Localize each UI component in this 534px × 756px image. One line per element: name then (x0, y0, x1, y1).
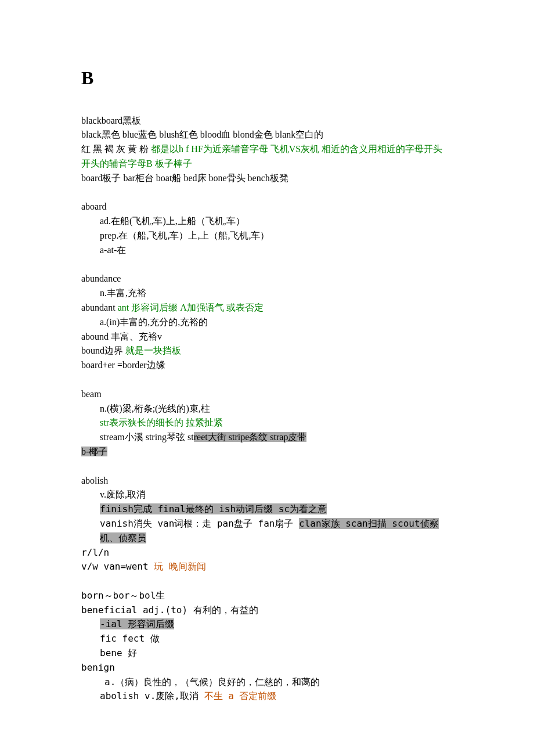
entry-word: abundance (81, 272, 453, 286)
blank-line (81, 574, 453, 589)
text-plain: vanish消失 van词根：走 pan盘子 fan扇子 (100, 518, 299, 529)
text-annotation: 开头的辅音字母B 板子棒子 (81, 157, 453, 171)
text-line: black黑色 blue蓝色 blush红色 blood血 blond金色 bl… (81, 128, 453, 142)
text-highlight: b-椰子 (81, 447, 107, 456)
text-line: stream小溪 string琴弦 street大街 stripe条纹 stra… (81, 430, 453, 445)
entry-word: abolish (81, 474, 453, 488)
text-line: v/w van=went 玩 晚间新闻 (81, 560, 453, 574)
text-annotation: 都是以h f HF为近亲辅音字母 飞机VS灰机 相近的含义用相近的字母开头 (151, 144, 442, 154)
text-line: abound 丰富、充裕v (81, 330, 453, 344)
text-line: abolish v.废除,取消 不生 a 否定前缀 (81, 689, 453, 704)
text-plain: stream小溪 string琴弦 st (100, 432, 194, 442)
text-plain: v/w van=went (81, 561, 154, 572)
text-line: fic fect 做 (81, 632, 453, 646)
text-plain: 红 黑 褐 灰 黄 粉 (81, 144, 151, 154)
blank-line (81, 459, 453, 474)
text-annotation: ant 形容词后缀 A加强语气 或表否定 (118, 303, 264, 312)
text-annotation: 就是一块挡板 (125, 345, 181, 355)
definition: a-at-在 (81, 243, 453, 258)
definition: n.丰富,充裕 (81, 286, 453, 301)
text-line: bene 好 (81, 646, 453, 661)
text-highlight: reet大街 stripe条纹 strap皮带 (194, 432, 307, 442)
text-annotation: str表示狭长的细长的 拉紧扯紧 (81, 416, 453, 430)
entry-word: benign (81, 661, 453, 675)
definition: v.废除,取消 (81, 488, 453, 502)
definition: a.（病）良性的，（气候）良好的，仁慈的，和蔼的 (81, 675, 453, 690)
text-line: board+er =border边缘 (81, 358, 453, 373)
text-line: abundant ant 形容词后缀 A加强语气 或表否定 (81, 301, 453, 315)
section-heading: B (81, 64, 453, 93)
text-plain: abolish v.废除,取消 (100, 690, 204, 701)
text-highlight: -ial 形容词后缀 (100, 618, 174, 629)
text-line: finish完成 final最终的 ish动词后缀 sc为看之意 (81, 502, 453, 517)
definition: ad.在船(飞机,车)上,上船（飞机,车） (81, 214, 453, 229)
text-annotation: 不生 a 否定前缀 (204, 690, 277, 701)
text-line: board板子 bar柜台 boat船 bed床 bone骨头 bench板凳 (81, 171, 453, 186)
text-plain: bound边界 (81, 345, 125, 355)
text-line: born～bor～bol生 (81, 589, 453, 603)
definition: prep.在（船,飞机,车）上,上（船,飞机,车） (81, 229, 453, 243)
text-line: bound边界 就是一块挡板 (81, 344, 453, 358)
definition: a.(in)丰富的,充分的,充裕的 (81, 315, 453, 330)
text-line: 红 黑 褐 灰 黄 粉 都是以h f HF为近亲辅音字母 飞机VS灰机 相近的含… (81, 142, 453, 157)
entry-word: aboard (81, 200, 453, 214)
definition: n.(横)梁,桁条;(光线的)束,柱 (81, 402, 453, 416)
text-line: b-椰子 (81, 445, 453, 459)
blank-line (81, 186, 453, 200)
text-line: vanish消失 van词根：走 pan盘子 fan扇子 clan家族 scan… (81, 517, 453, 546)
text-highlight: finish完成 final最终的 ish动词后缀 sc为看之意 (100, 503, 327, 514)
text-line: blackboard黑板 (81, 114, 453, 128)
entry-word: beam (81, 387, 453, 402)
text-plain: abundant (81, 303, 118, 312)
text-line: -ial 形容词后缀 (81, 617, 453, 632)
blank-line (81, 373, 453, 387)
blank-line (81, 258, 453, 272)
entry-word: beneficial adj.(to) 有利的，有益的 (81, 603, 453, 618)
text-line: r/l/n (81, 546, 453, 560)
text-annotation: 玩 晚间新闻 (154, 561, 206, 572)
